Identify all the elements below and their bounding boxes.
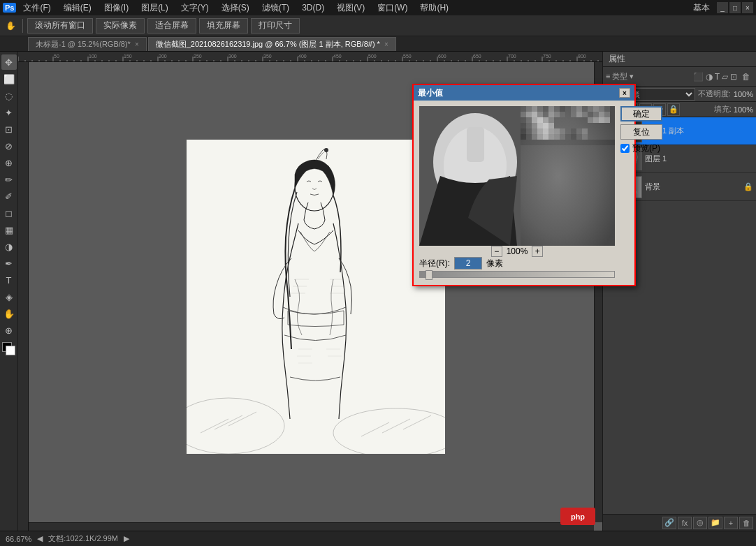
clone-tool[interactable]: ✐	[1, 189, 17, 204]
menu-3d[interactable]: 3D(D)	[296, 1, 330, 14]
lasso-tool[interactable]: ◌	[1, 88, 17, 103]
fill-value[interactable]: 100%	[734, 105, 753, 114]
sketch-image: 文 咏 册 佛 王 语 嫣 文 咏 册 佛 王 语 嫣	[187, 140, 445, 454]
eyedropper-tool[interactable]: ⊘	[1, 138, 17, 154]
add-mask-button[interactable]: ◎	[693, 517, 707, 529]
tab-bar: 未标题-1 @ 15.2%(RGB/8)* × 微信截图_20210826162…	[0, 36, 756, 52]
menu-file[interactable]: 文件(F)	[17, 1, 56, 15]
minimum-dialog: 最小值 ×	[412, 84, 636, 286]
magic-wand-tool[interactable]: ✦	[1, 105, 17, 120]
tab-wechat-close[interactable]: ×	[384, 40, 388, 48]
smart-icon[interactable]: ⊡	[730, 72, 737, 82]
hand-tool[interactable]: ✋	[3, 18, 18, 34]
menu-image[interactable]: 图像(I)	[99, 1, 134, 15]
menu-help[interactable]: 帮助(H)	[414, 1, 454, 15]
dialog-close-button[interactable]: ×	[619, 88, 630, 98]
maximize-button[interactable]: □	[729, 2, 741, 13]
shape-tool[interactable]: ◈	[1, 289, 17, 304]
scroll-all-windows-button[interactable]: 滚动所有窗口	[27, 18, 93, 34]
crop-tool[interactable]: ⊡	[1, 121, 17, 137]
lock-all-button[interactable]: 🔒	[667, 103, 680, 116]
new-group-button[interactable]: 📁	[708, 517, 722, 529]
radius-unit: 像素	[486, 258, 503, 270]
doc-info: 文档:1022.1K/2.99M	[48, 533, 118, 544]
zoom-level: 66.67%	[6, 535, 31, 543]
svg-point-11	[324, 148, 328, 152]
ps-icon: Ps	[3, 3, 16, 13]
close-button[interactable]: ×	[742, 2, 753, 13]
pen-tool[interactable]: ✒	[1, 256, 17, 271]
statusbar: 66.67% ◀ 文档:1022.1K/2.99M ▶ php	[0, 531, 756, 546]
adjust-icon[interactable]: ◑	[706, 72, 713, 82]
workspace-label[interactable]: 基本	[688, 1, 715, 15]
menu-filter[interactable]: 滤镜(T)	[256, 1, 295, 15]
type-dropdown-arrow[interactable]: ▾	[630, 72, 634, 81]
move-tool[interactable]: ✥	[1, 54, 17, 70]
tab-untitled[interactable]: 未标题-1 @ 15.2%(RGB/8)* ×	[28, 37, 147, 51]
add-style-button[interactable]: fx	[678, 517, 692, 529]
text-icon-layer[interactable]: T	[715, 72, 720, 82]
status-arrow-right[interactable]: ▶	[124, 534, 129, 543]
radius-input[interactable]	[454, 257, 482, 270]
new-layer-button[interactable]: +	[724, 517, 738, 529]
menu-window[interactable]: 窗口(W)	[372, 1, 413, 15]
menu-view[interactable]: 视图(V)	[331, 1, 370, 15]
zoom-percent: 100%	[507, 246, 528, 256]
menu-layer[interactable]: 图层(L)	[136, 1, 174, 15]
preview-label: 预览(P)	[632, 142, 660, 154]
preview-checkbox[interactable]	[620, 144, 630, 153]
menu-select[interactable]: 选择(S)	[216, 1, 255, 15]
reset-button[interactable]: 复位	[620, 124, 662, 140]
dialog-preview-section: − 100% + 半径(R): 像素	[419, 106, 615, 279]
heal-tool[interactable]: ⊕	[1, 155, 17, 170]
dialog-titlebar: 最小值 ×	[414, 85, 634, 101]
delete-layer-button[interactable]: 🗑	[739, 517, 753, 529]
fit-screen-button[interactable]: 适合屏幕	[147, 18, 196, 34]
tab-wechat-screenshot[interactable]: 微信截图_20210826162319.jpg @ 66.7% (图层 1 副本…	[148, 37, 396, 51]
zoom-tool[interactable]: ⊕	[1, 323, 17, 338]
opacity-label: 不透明度:	[698, 89, 731, 99]
menu-text[interactable]: 文字(Y)	[175, 1, 215, 15]
text-tool[interactable]: T	[1, 272, 17, 288]
ok-button[interactable]: 确定	[620, 106, 662, 121]
link-layers-button[interactable]: 🔗	[662, 517, 676, 529]
eraser-tool[interactable]: ◻	[1, 205, 17, 221]
properties-header: 属性	[603, 52, 756, 67]
radius-slider[interactable]	[419, 271, 615, 278]
preview-checkbox-row: 预览(P)	[620, 142, 662, 154]
toolbox: ✥ ⬜ ◌ ✦ ⊡ ⊘ ⊕ ✏ ✐ ◻ ▦ ◑ ✒ T ◈ ✋ ⊕	[0, 52, 18, 531]
fill-label: 填充:	[714, 104, 732, 115]
tab-wechat-label: 微信截图_20210826162319.jpg @ 66.7% (图层 1 副本…	[156, 39, 380, 50]
dialog-title: 最小值	[418, 87, 619, 99]
radius-label: 半径(R):	[419, 258, 450, 270]
hand-tool-left[interactable]: ✋	[1, 306, 17, 321]
slider-thumb	[426, 270, 432, 280]
foreground-color[interactable]	[2, 342, 16, 356]
menu-edit[interactable]: 编辑(E)	[58, 1, 97, 15]
properties-title: 属性	[609, 53, 625, 65]
layer-actions: 🔗 fx ◎ 📁 + 🗑	[603, 514, 756, 531]
zoom-out-button[interactable]: −	[491, 246, 502, 257]
shape-icon-layer[interactable]: ▱	[722, 72, 728, 82]
print-size-button[interactable]: 打印尺寸	[251, 18, 300, 34]
status-arrow-left[interactable]: ◀	[37, 534, 43, 543]
ps-logo: Ps	[3, 3, 16, 13]
tab-untitled-close[interactable]: ×	[135, 40, 139, 48]
layer-type-icons: ⬛ ◑ T ▱ ⊡	[693, 72, 737, 82]
gradient-tool[interactable]: ▦	[1, 222, 17, 237]
marquee-tool[interactable]: ⬜	[1, 71, 17, 87]
pixel-icon[interactable]: ⬛	[693, 72, 704, 82]
zoom-bar: − 100% +	[419, 246, 615, 257]
fill-screen-button[interactable]: 填充屏幕	[199, 18, 248, 34]
minimize-button[interactable]: _	[717, 2, 728, 13]
zoom-in-button[interactable]: +	[532, 246, 543, 257]
opacity-value[interactable]: 100%	[734, 90, 753, 98]
canvas-document: 文 咏 册 佛 王 语 嫣 文 咏 册 佛 王 语 嫣	[187, 140, 445, 454]
layers-trash-icon[interactable]: 🗑	[739, 71, 753, 82]
dodge-tool[interactable]: ◑	[1, 239, 17, 254]
tab-untitled-label: 未标题-1 @ 15.2%(RGB/8)*	[36, 39, 131, 50]
ruler-horizontal	[18, 52, 602, 62]
canvas-scrollbar-horizontal[interactable]	[29, 522, 594, 531]
actual-pixels-button[interactable]: 实际像素	[96, 18, 145, 34]
brush-tool[interactable]: ✏	[1, 172, 17, 187]
